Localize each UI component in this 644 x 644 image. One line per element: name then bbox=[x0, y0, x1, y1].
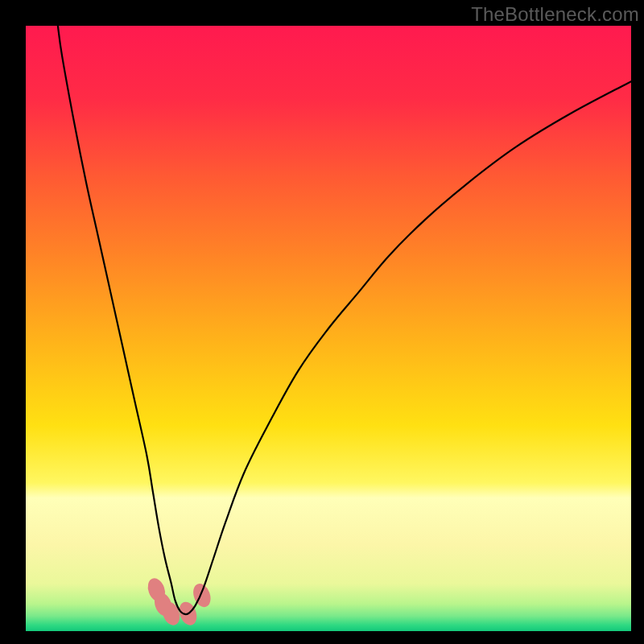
curve-layer bbox=[26, 26, 631, 631]
marker-dots bbox=[145, 576, 213, 627]
bottleneck-curve bbox=[58, 26, 631, 614]
marker-dot bbox=[190, 581, 213, 609]
watermark-text: TheBottleneck.com bbox=[471, 3, 639, 26]
plot-area bbox=[26, 26, 631, 631]
